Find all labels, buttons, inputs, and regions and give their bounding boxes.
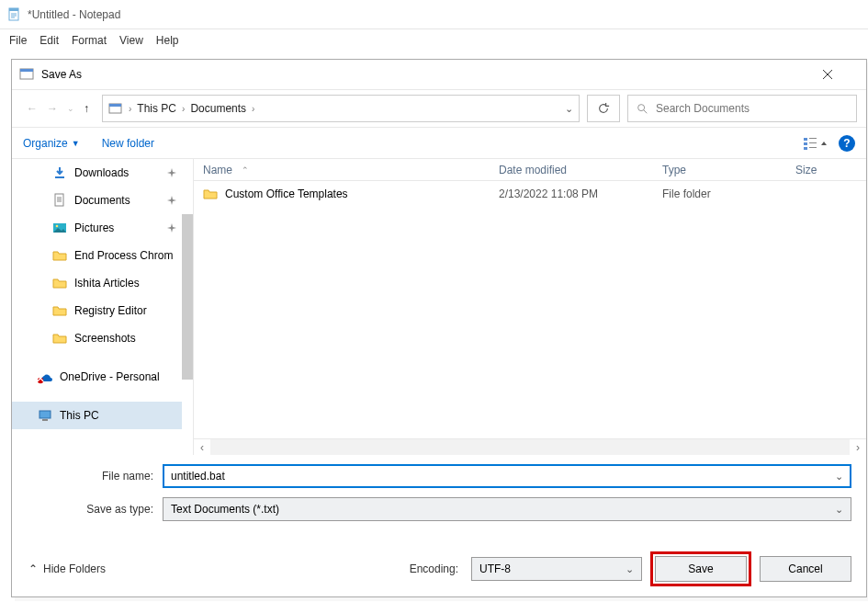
menu-format[interactable]: Format xyxy=(72,34,107,47)
notepad-title: *Untitled - Notepad xyxy=(28,8,120,21)
svg-rect-18 xyxy=(809,147,817,148)
organize-button[interactable]: Organize ▼ xyxy=(23,137,80,150)
svg-rect-13 xyxy=(804,138,807,141)
refresh-button[interactable] xyxy=(587,95,620,122)
column-date[interactable]: Date modified xyxy=(490,164,653,176)
filename-input[interactable]: untitled.bat ⌄ xyxy=(163,464,851,488)
svg-rect-14 xyxy=(809,138,817,139)
sidebar-item-onedrive-personal[interactable]: ✕OneDrive - Personal xyxy=(12,363,182,391)
menu-file[interactable]: File xyxy=(9,34,27,47)
sidebar-item-label: Ishita Articles xyxy=(74,277,140,290)
caret-down-icon[interactable]: ⌄ xyxy=(835,504,843,516)
filename-value: untitled.bat xyxy=(171,470,225,483)
hide-folders-button[interactable]: ⌃ Hide Folders xyxy=(28,562,106,575)
svg-point-25 xyxy=(56,225,59,228)
folder-icon xyxy=(52,248,67,263)
sidebar: DownloadsDocumentsPicturesEnd Process Ch… xyxy=(12,159,194,455)
breadcrumb[interactable]: › This PC › Documents › ⌄ xyxy=(102,95,580,122)
breadcrumb-item[interactable]: Documents xyxy=(190,102,246,115)
saveastype-select[interactable]: Text Documents (*.txt) ⌄ xyxy=(163,497,851,521)
pin-icon xyxy=(167,196,176,205)
menu-view[interactable]: View xyxy=(119,34,143,47)
svg-rect-16 xyxy=(809,142,817,143)
pin-icon xyxy=(167,168,176,177)
sidebar-item-downloads[interactable]: Downloads xyxy=(12,159,182,187)
table-row[interactable]: Custom Office Templates2/13/2022 11:08 P… xyxy=(194,181,866,207)
notepad-titlebar: *Untitled - Notepad xyxy=(0,0,868,29)
caret-down-icon[interactable]: ⌄ xyxy=(835,471,843,483)
folder-icon xyxy=(203,187,218,201)
menu-help[interactable]: Help xyxy=(156,34,179,47)
download-icon xyxy=(52,165,67,180)
notepad-menubar: File Edit Format View Help xyxy=(0,29,868,51)
svg-line-12 xyxy=(644,110,648,114)
save-button[interactable]: Save xyxy=(655,556,747,582)
svg-rect-19 xyxy=(55,176,64,178)
breadcrumb-dropdown[interactable]: ⌄ xyxy=(565,103,573,115)
hscrollbar[interactable]: ‹ › xyxy=(194,438,866,455)
notepad-icon xyxy=(7,7,22,22)
sidebar-item-end-process-chrom[interactable]: End Process Chrom xyxy=(12,242,182,269)
nav-row: ← → ⌄ ↑ › This PC › Documents › ⌄ xyxy=(12,89,866,128)
hscroll-track[interactable] xyxy=(210,439,850,455)
recent-dropdown[interactable]: ⌄ xyxy=(67,104,74,113)
close-button[interactable] xyxy=(822,69,859,80)
up-button[interactable]: ↑ xyxy=(84,102,89,115)
sidebar-item-this-pc[interactable]: This PC xyxy=(12,402,182,429)
scroll-left-icon[interactable]: ‹ xyxy=(194,441,210,454)
sidebar-item-pictures[interactable]: Pictures xyxy=(12,214,182,242)
sidebar-item-registry-editor[interactable]: Registry Editor xyxy=(12,297,182,324)
scroll-right-icon[interactable]: › xyxy=(850,441,866,454)
save-as-dialog: Save As ← → ⌄ ↑ › This PC › Documents › … xyxy=(11,59,867,597)
column-type[interactable]: Type xyxy=(653,164,786,176)
column-size[interactable]: Size xyxy=(786,164,866,176)
sidebar-item-label: Registry Editor xyxy=(74,304,147,317)
sidebar-item-label: Screenshots xyxy=(74,332,136,345)
sidebar-item-label: End Process Chrom xyxy=(74,249,173,262)
sidebar-item-label: This PC xyxy=(60,409,99,422)
sidebar-item-screenshots[interactable]: Screenshots xyxy=(12,324,182,352)
menu-edit[interactable]: Edit xyxy=(39,34,59,47)
chevron-right-icon: › xyxy=(252,104,254,114)
pin-icon xyxy=(167,223,176,233)
svg-rect-10 xyxy=(109,104,121,107)
caret-down-icon: ▼ xyxy=(72,139,80,148)
breadcrumb-icon xyxy=(108,101,123,116)
row-date: 2/13/2022 11:08 PM xyxy=(490,187,653,200)
search-box[interactable] xyxy=(627,95,857,122)
folder-icon xyxy=(52,331,67,346)
dialog-icon xyxy=(19,67,34,82)
sidebar-item-documents[interactable]: Documents xyxy=(12,187,182,214)
forward-button[interactable]: → xyxy=(47,102,58,115)
search-icon xyxy=(636,102,648,115)
dialog-footer: ⌃ Hide Folders Encoding: UTF-8 ⌄ Save Ca… xyxy=(12,541,866,596)
file-pane: Name⌃ Date modified Type Size Custom Off… xyxy=(194,159,866,455)
back-button[interactable]: ← xyxy=(27,102,38,115)
chevron-right-icon: › xyxy=(182,104,185,114)
chevron-up-icon: ⌃ xyxy=(28,562,38,575)
dialog-toolbar: Organize ▼ New folder ? xyxy=(12,128,866,159)
dialog-body: DownloadsDocumentsPicturesEnd Process Ch… xyxy=(12,159,866,455)
onedrive-error-icon: ✕ xyxy=(38,369,52,384)
new-folder-button[interactable]: New folder xyxy=(102,137,154,150)
folder-icon xyxy=(52,303,67,318)
folder-icon xyxy=(52,276,67,290)
chevron-right-icon: › xyxy=(129,104,131,114)
pictures-icon xyxy=(52,221,67,235)
breadcrumb-root[interactable]: This PC xyxy=(137,102,176,115)
sidebar-item-label: Documents xyxy=(74,194,130,207)
scrollbar-thumb[interactable] xyxy=(182,214,193,380)
sidebar-item-label: Downloads xyxy=(74,166,129,179)
sidebar-item-ishita-articles[interactable]: Ishita Articles xyxy=(12,269,182,297)
search-input[interactable] xyxy=(656,102,849,115)
view-options-button[interactable] xyxy=(804,136,829,151)
encoding-select[interactable]: UTF-8 ⌄ xyxy=(471,557,642,581)
cancel-button[interactable]: Cancel xyxy=(760,556,851,582)
column-name[interactable]: Name⌃ xyxy=(194,164,490,176)
svg-rect-15 xyxy=(804,142,807,145)
dialog-titlebar: Save As xyxy=(12,60,866,89)
hide-folders-label: Hide Folders xyxy=(43,562,106,575)
document-icon xyxy=(52,193,67,208)
caret-down-icon[interactable]: ⌄ xyxy=(626,563,634,575)
help-icon[interactable]: ? xyxy=(839,135,855,152)
